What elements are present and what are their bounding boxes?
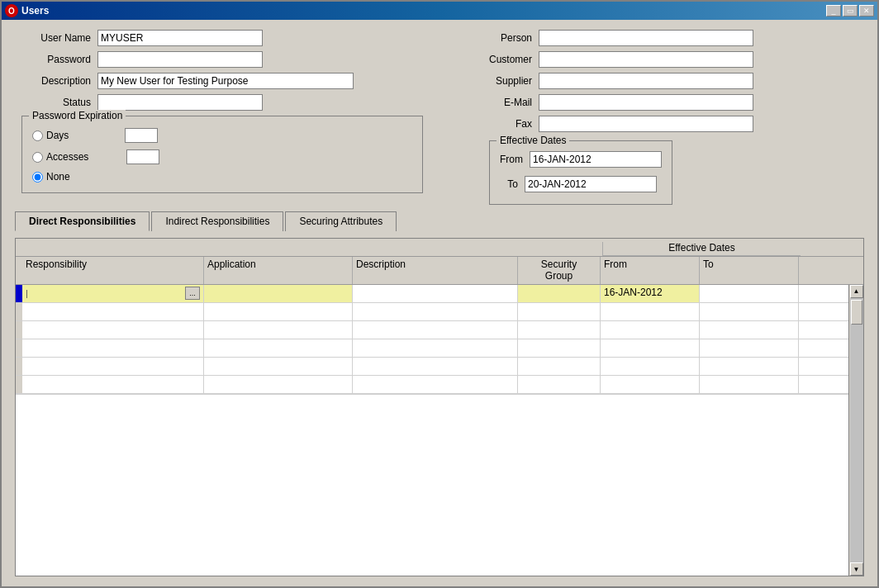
row-indicator: [16, 285, 22, 302]
description-col-spacer: [354, 242, 520, 256]
main-window: O Users _ ▭ ✕ User Name Password: [0, 0, 879, 588]
col-header-to: To: [700, 257, 799, 284]
col-header-description: Description: [353, 257, 518, 284]
effective-dates-group: Effective Dates From To: [489, 140, 672, 205]
person-input[interactable]: [539, 30, 753, 46]
none-label: None: [46, 171, 70, 183]
supplier-label: Supplier: [456, 75, 539, 87]
accesses-radio-row: Accesses: [32, 149, 412, 164]
days-radio-row: Days: [32, 128, 412, 143]
days-input[interactable]: [125, 128, 158, 143]
col-header-application: Application: [204, 257, 353, 284]
email-input[interactable]: [539, 94, 753, 111]
table-empty-area: [16, 394, 848, 576]
scroll-up-button[interactable]: ▲: [850, 285, 863, 298]
table-cell-responsibility: | ...: [22, 285, 204, 302]
username-input[interactable]: [97, 30, 263, 46]
table-cell-from: 16-JAN-2012: [601, 285, 700, 302]
tabs-section: Direct Responsibilities Indirect Respons…: [15, 211, 864, 231]
table-row: [16, 321, 848, 339]
form-left: User Name Password Description Status: [15, 30, 423, 205]
eff-to-label: To: [500, 178, 525, 190]
status-row: Status: [15, 94, 423, 111]
password-input[interactable]: [97, 51, 263, 68]
scrollbar: ▲ ▼: [848, 285, 863, 576]
table-cell-to: [700, 285, 799, 302]
description-label: Description: [15, 75, 97, 87]
tab-content: Effective Dates Responsibility Applicati…: [15, 238, 864, 576]
security-col-spacer: [520, 242, 602, 256]
eff-to-row: To: [500, 176, 662, 192]
title-bar-left: O Users: [5, 4, 49, 17]
eff-to-input[interactable]: [525, 176, 657, 192]
col-header-from: From: [601, 257, 700, 284]
supplier-row: Supplier: [456, 73, 864, 89]
direct-responsibilities-panel: Effective Dates Responsibility Applicati…: [16, 239, 863, 576]
window-title: Users: [21, 5, 49, 17]
form-section: User Name Password Description Status: [15, 30, 864, 205]
accesses-radio[interactable]: [32, 152, 43, 163]
person-row: Person: [456, 30, 864, 46]
col-header-security-group: Security Group: [518, 257, 601, 284]
table-row: [16, 339, 848, 358]
password-expiration-legend: Password Expiration: [29, 110, 126, 121]
none-radio-row: None: [32, 171, 412, 183]
customer-input[interactable]: [539, 51, 753, 68]
title-buttons: _ ▭ ✕: [826, 5, 874, 17]
username-label: User Name: [15, 32, 97, 44]
table-cell-security: [518, 285, 601, 302]
close-button[interactable]: ✕: [859, 5, 874, 17]
application-col-spacer: [206, 242, 354, 256]
restore-button[interactable]: ▭: [843, 5, 858, 17]
accesses-label: Accesses: [46, 151, 88, 163]
tab-indirect-responsibilities[interactable]: Indirect Responsibilities: [151, 211, 283, 231]
effective-dates-legend: Effective Dates: [497, 135, 569, 146]
tabs-row: Direct Responsibilities Indirect Respons…: [15, 211, 864, 231]
days-radio[interactable]: [32, 130, 43, 141]
responsibility-col-spacer: [16, 242, 206, 256]
scroll-down-button[interactable]: ▼: [850, 562, 863, 576]
none-radio[interactable]: [32, 172, 43, 183]
days-label: Days: [46, 130, 69, 141]
table-row: | ... 16-JAN-2012: [16, 285, 848, 303]
status-input[interactable]: [97, 94, 263, 111]
scroll-thumb[interactable]: [851, 300, 862, 325]
username-row: User Name: [15, 30, 423, 46]
col-header-responsibility: Responsibility: [22, 257, 204, 284]
fax-row: Fax: [456, 116, 864, 132]
table-row: [16, 358, 848, 376]
password-expiration-group: Password Expiration Days: [21, 116, 423, 193]
form-right: Person Customer Supplier E-Mail Fax: [456, 30, 864, 205]
email-row: E-Mail: [456, 94, 864, 111]
effective-dates-header: Effective Dates: [602, 242, 801, 256]
minimize-button[interactable]: _: [826, 5, 841, 17]
table-row: [16, 303, 848, 321]
fax-label: Fax: [456, 118, 539, 130]
window-body: User Name Password Description Status: [2, 20, 877, 586]
table-row: [16, 376, 848, 394]
tab-securing-attributes[interactable]: Securing Attributes: [285, 211, 397, 231]
customer-label: Customer: [456, 54, 539, 65]
password-row: Password: [15, 51, 423, 68]
eff-from-row: From: [500, 151, 662, 168]
app-icon: O: [5, 4, 18, 17]
email-label: E-Mail: [456, 97, 539, 108]
scrollbar-header-spacer: [799, 257, 814, 284]
table-cell-application: [204, 285, 353, 302]
supplier-input[interactable]: [539, 73, 753, 89]
person-label: Person: [456, 32, 539, 44]
description-row: Description: [15, 73, 423, 89]
status-label: Status: [15, 97, 97, 108]
title-bar: O Users _ ▭ ✕: [2, 2, 877, 20]
ellipsis-button[interactable]: ...: [185, 287, 200, 300]
table-cell-description: [353, 285, 518, 302]
tab-direct-responsibilities[interactable]: Direct Responsibilities: [15, 211, 150, 231]
password-label: Password: [15, 54, 97, 65]
customer-row: Customer: [456, 51, 864, 68]
description-input[interactable]: [97, 73, 354, 89]
accesses-input[interactable]: [126, 149, 159, 164]
eff-from-label: From: [500, 154, 530, 165]
scroll-track[interactable]: [850, 298, 863, 562]
fax-input[interactable]: [539, 116, 753, 132]
eff-from-input[interactable]: [530, 151, 662, 168]
